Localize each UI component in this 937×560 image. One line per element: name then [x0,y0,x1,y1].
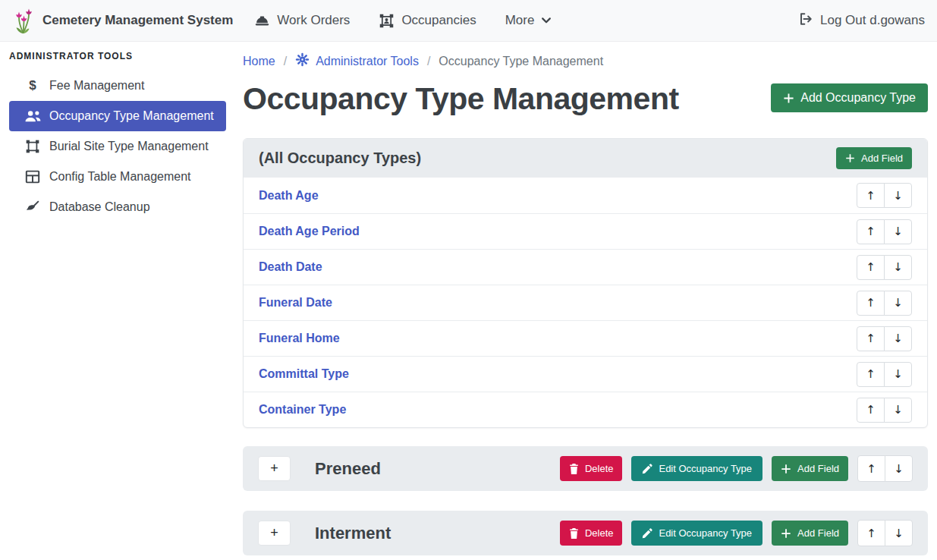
all-occupancy-types-card: (All Occupancy Types) Add Field Death Ag… [243,138,928,428]
plus-icon [781,464,791,474]
nav-more-label: More [505,13,535,28]
move-down-button[interactable]: ↓ [884,398,912,423]
edit-occupancy-type-button[interactable]: Edit Occupancy Type [631,456,762,481]
sidebar-item-database-cleanup[interactable]: Database Cleanup [9,192,226,222]
section-actions: Delete Edit Occupancy Type Add Field [560,520,913,546]
card-title: (All Occupancy Types) [259,149,421,167]
breadcrumb-admin-tools-link[interactable]: Administrator Tools [295,52,419,70]
page-head: Occupancy Type Management Add Occupancy … [243,78,928,120]
hard-hat-icon [254,13,270,29]
move-down-button[interactable]: ↓ [885,455,913,482]
move-buttons: ↑ ↓ [857,326,912,351]
move-up-button[interactable]: ↑ [857,362,885,387]
sidebar-item-fee-management[interactable]: $ Fee Management [9,71,226,101]
primary-nav: Work Orders Occupancies More [254,13,552,29]
move-down-button[interactable]: ↓ [884,183,912,208]
field-link-funeral-date[interactable]: Funeral Date [259,296,332,310]
move-down-button[interactable]: ↓ [884,219,912,244]
delete-button[interactable]: Delete [560,521,623,546]
field-link-death-date[interactable]: Death Date [259,260,322,274]
move-up-button[interactable]: ↑ [857,398,885,423]
brand-title[interactable]: Cemetery Management System [42,13,233,28]
move-down-button[interactable]: ↓ [884,362,912,387]
main-content: Home / Administrator Tools / Occupancy T… [235,42,937,560]
sidebar-item-label: Fee Management [49,79,144,93]
section-actions: Delete Edit Occupancy Type Add Field [560,455,913,482]
sidebar-item-occupancy-type-management[interactable]: Occupancy Type Management [9,101,226,131]
section-title: Preneed [315,459,381,479]
move-up-button[interactable]: ↑ [857,255,885,280]
add-occupancy-type-label: Add Occupancy Type [800,91,916,105]
sidebar-item-label: Database Cleanup [49,200,150,214]
nav-work-orders[interactable]: Work Orders [254,13,350,29]
add-field-label: Add Field [861,153,903,164]
dollar-icon: $ [23,78,42,93]
field-row: Committal Type ↑ ↓ [244,356,927,392]
expand-button[interactable]: + [258,521,291,546]
page-title: Occupancy Type Management [243,78,679,120]
burial-frame-icon [23,139,42,154]
sidebar-item-burial-site-type-management[interactable]: Burial Site Type Management [9,131,226,162]
monument-frame-icon [379,13,395,29]
move-up-button[interactable]: ↑ [857,326,885,351]
field-link-container-type[interactable]: Container Type [259,403,346,417]
move-up-button[interactable]: ↑ [857,219,885,244]
field-link-committal-type[interactable]: Committal Type [259,367,349,381]
tulip-logo-icon [12,5,35,36]
move-down-button[interactable]: ↓ [884,291,912,316]
card-header: (All Occupancy Types) Add Field [244,139,927,178]
add-field-button[interactable]: Add Field [836,147,912,169]
move-down-button[interactable]: ↓ [884,255,912,280]
broom-icon [23,200,42,215]
navbar-left: Cemetery Management System Work Orders [12,5,552,36]
plus-icon [781,528,791,539]
nav-occupancies-label: Occupancies [401,13,476,28]
expand-button[interactable]: + [258,456,291,481]
logout-button[interactable]: Log Out d.gowans [798,11,925,30]
breadcrumb-current: Occupancy Type Management [439,55,603,68]
field-link-death-age-period[interactable]: Death Age Period [259,225,360,238]
add-field-label: Add Field [797,463,839,474]
add-field-button[interactable]: Add Field [772,521,848,546]
table-icon [23,170,42,184]
delete-label: Delete [585,463,614,474]
move-down-button[interactable]: ↓ [885,520,913,546]
delete-button[interactable]: Delete [560,456,623,481]
field-link-funeral-home[interactable]: Funeral Home [259,332,340,345]
pencil-icon [642,464,652,474]
breadcrumb-separator: / [427,55,430,68]
edit-occupancy-type-button[interactable]: Edit Occupancy Type [631,521,762,546]
trash-icon [569,528,579,539]
move-buttons: ↑ ↓ [857,291,912,316]
top-navbar: Cemetery Management System Work Orders [0,0,937,42]
field-row: Container Type ↑ ↓ [244,392,927,427]
field-row: Funeral Date ↑ ↓ [244,285,927,320]
edit-occupancy-type-label: Edit Occupancy Type [659,527,752,539]
trash-icon [569,464,579,474]
add-field-button[interactable]: Add Field [772,456,848,481]
sidebar-item-config-table-management[interactable]: Config Table Management [9,162,226,192]
breadcrumb-separator: / [284,55,287,68]
field-link-death-age[interactable]: Death Age [259,189,319,203]
occupancy-type-section-preneed: + Preneed Delete [243,446,928,491]
move-up-button[interactable]: ↑ [857,455,885,482]
move-up-button[interactable]: ↑ [857,291,885,316]
add-occupancy-type-button[interactable]: Add Occupancy Type [771,83,928,112]
sidebar-item-label: Burial Site Type Management [49,140,209,153]
field-row: Death Age Period ↑ ↓ [244,213,927,249]
move-up-button[interactable]: ↑ [857,520,885,546]
sidebar-heading: Administrator Tools [0,43,235,71]
breadcrumb-home-link[interactable]: Home [243,55,275,68]
nav-more[interactable]: More [505,13,552,28]
move-down-button[interactable]: ↓ [884,326,912,351]
breadcrumb: Home / Administrator Tools / Occupancy T… [243,52,928,70]
delete-label: Delete [585,527,614,539]
nav-occupancies[interactable]: Occupancies [379,13,476,29]
nav-work-orders-label: Work Orders [277,13,350,28]
sidebar-item-label: Config Table Management [49,170,191,184]
chevron-down-icon [541,15,552,26]
move-buttons: ↑ ↓ [857,255,912,280]
move-buttons: ↑ ↓ [857,183,912,208]
occupancy-type-section-interment: + Interment Delete [243,511,928,555]
move-up-button[interactable]: ↑ [857,183,885,208]
